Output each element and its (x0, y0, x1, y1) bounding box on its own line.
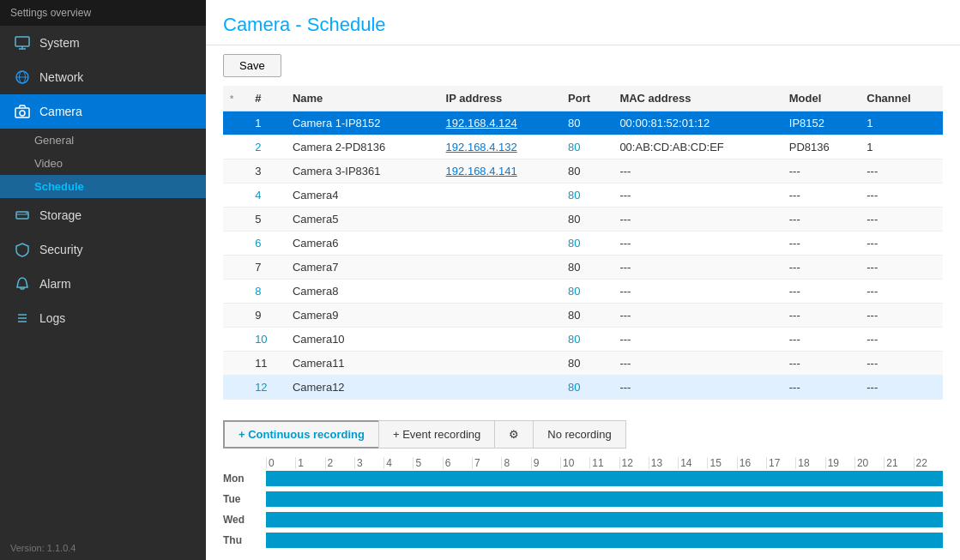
col-star: * (223, 86, 248, 111)
timeline-hour-label: 4 (383, 457, 413, 469)
cell-mac: --- (613, 208, 782, 232)
globe-icon (14, 69, 31, 86)
table-row[interactable]: 2 Camera 2-PD8136 192.168.4.132 80 00:AB… (223, 135, 943, 160)
timeline-hour-label: 7 (472, 457, 501, 469)
cell-star (223, 304, 248, 328)
ip-link[interactable]: 192.168.4.141 (446, 165, 517, 178)
bell-icon (14, 275, 31, 292)
cell-model: --- (782, 232, 860, 256)
cell-model: --- (782, 184, 860, 208)
cell-ip (439, 352, 561, 376)
list-icon (14, 310, 31, 327)
schedule-bar: + Continuous recording + Event recording… (206, 412, 960, 457)
save-button[interactable]: Save (223, 54, 281, 77)
table-row[interactable]: 3 Camera 3-IP8361 192.168.4.141 80 --- -… (223, 160, 943, 184)
ip-link[interactable]: 192.168.4.132 (446, 141, 517, 154)
timeline-day-row: Tue (223, 490, 943, 509)
table-row[interactable]: 6 Camera6 80 --- --- --- (223, 232, 943, 256)
timeline-hour-label: 9 (531, 457, 560, 469)
table-row[interactable]: 1 Camera 1-IP8152 192.168.4.124 80 00:00… (223, 111, 943, 135)
sidebar-item-network[interactable]: Network (0, 60, 206, 94)
cell-ip (439, 256, 561, 280)
cell-model: --- (782, 304, 860, 328)
sidebar-item-label: Storage (39, 208, 82, 222)
cell-port: 80 (561, 256, 613, 280)
timeline-header: 012345678910111213141516171819202122 (266, 457, 943, 469)
cell-port: 80 (561, 376, 613, 400)
sidebar-sub-schedule[interactable]: Schedule (0, 175, 206, 198)
timeline-bar-area[interactable] (266, 491, 943, 507)
toolbar: Save (206, 45, 960, 86)
cell-mac: --- (613, 160, 782, 184)
shield-icon (14, 241, 31, 258)
cell-channel: --- (860, 376, 943, 400)
cell-model: --- (782, 352, 860, 376)
timeline-hour-label: 11 (589, 457, 619, 469)
cell-mac: 00:00:81:52:01:12 (613, 111, 782, 135)
sidebar-item-alarm[interactable]: Alarm (0, 267, 206, 301)
cell-num: 1 (248, 111, 286, 135)
timeline-fill (266, 512, 943, 527)
sidebar-item-camera[interactable]: Camera (0, 94, 206, 129)
table-row[interactable]: 7 Camera7 80 --- --- --- (223, 256, 943, 280)
cell-channel: 1 (860, 135, 943, 160)
cell-ip (439, 232, 561, 256)
cell-star (223, 328, 248, 352)
cell-name: Camera10 (286, 328, 439, 352)
col-mac: MAC address (613, 86, 782, 111)
cell-model: --- (782, 328, 860, 352)
sidebar-item-logs[interactable]: Logs (0, 301, 206, 335)
cell-port: 80 (561, 280, 613, 304)
timeline-bar-area[interactable] (266, 471, 943, 486)
cell-channel: 1 (860, 111, 943, 135)
timeline-hour-label: 5 (413, 457, 442, 469)
cell-star (223, 376, 248, 400)
timeline-hour-label: 8 (501, 457, 530, 469)
main-content: Camera - Schedule Save * # Name IP addre… (206, 0, 960, 560)
timeline-hour-label: 6 (443, 457, 472, 469)
table-row[interactable]: 5 Camera5 80 --- --- --- (223, 208, 943, 232)
sidebar-item-storage[interactable]: Storage (0, 198, 206, 232)
sidebar-item-system[interactable]: System (0, 26, 206, 60)
sidebar-item-security[interactable]: Security (0, 232, 206, 267)
table-row[interactable]: 11 Camera11 80 --- --- --- (223, 352, 943, 376)
page-header: Camera - Schedule (206, 0, 960, 45)
cell-port: 80 (561, 328, 613, 352)
cell-channel: --- (860, 280, 943, 304)
continuous-recording-button[interactable]: + Continuous recording (223, 420, 378, 449)
cell-ip: 192.168.4.124 (439, 111, 561, 135)
cell-mac: 00:AB:CD:AB:CD:EF (613, 135, 782, 160)
table-row[interactable]: 9 Camera9 80 --- --- --- (223, 304, 943, 328)
timeline-hour-label: 13 (649, 457, 678, 469)
cell-channel: --- (860, 352, 943, 376)
cell-channel: --- (860, 208, 943, 232)
cell-ip (439, 304, 561, 328)
cell-ip (439, 280, 561, 304)
cell-name: Camera 1-IP8152 (286, 111, 439, 135)
settings-button[interactable]: ⚙ (494, 420, 533, 449)
timeline-day-row: Wed (223, 510, 943, 529)
cell-star (223, 184, 248, 208)
timeline-hour-label: 14 (678, 457, 707, 469)
table-row[interactable]: 4 Camera4 80 --- --- --- (223, 184, 943, 208)
event-recording-button[interactable]: + Event recording (378, 420, 494, 449)
cell-port: 80 (561, 232, 613, 256)
timeline-bar-area[interactable] (266, 533, 943, 548)
cell-name: Camera6 (286, 232, 439, 256)
table-row[interactable]: 12 Camera12 80 --- --- --- (223, 376, 943, 400)
cell-star (223, 232, 248, 256)
timeline-hour-label: 18 (795, 457, 824, 469)
ip-link[interactable]: 192.168.4.124 (446, 117, 517, 129)
cell-name: Camera8 (286, 280, 439, 304)
no-recording-button[interactable]: No recording (533, 420, 625, 449)
sidebar-sub-video[interactable]: Video (0, 152, 206, 175)
cell-num: 8 (248, 280, 286, 304)
cell-star (223, 352, 248, 376)
table-row[interactable]: 8 Camera8 80 --- --- --- (223, 280, 943, 304)
sidebar-sub-general[interactable]: General (0, 129, 206, 152)
cell-name: Camera 2-PD8136 (286, 135, 439, 160)
sidebar-item-label: System (39, 36, 80, 50)
cell-ip (439, 376, 561, 400)
timeline-bar-area[interactable] (266, 512, 943, 527)
table-row[interactable]: 10 Camera10 80 --- --- --- (223, 328, 943, 352)
